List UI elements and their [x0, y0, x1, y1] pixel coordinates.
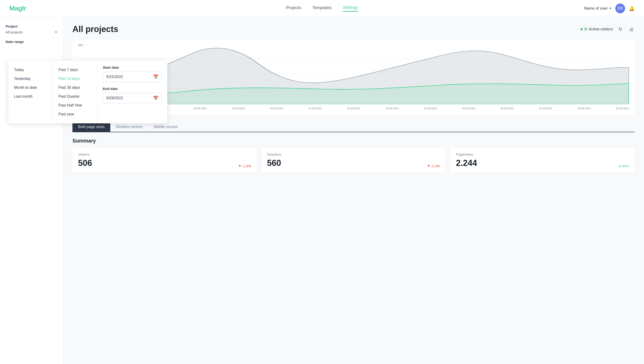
end-date-calendar-icon[interactable]: 📅 [153, 96, 158, 101]
dropdown-past-quarter[interactable]: Past Quarter [58, 92, 91, 101]
x-label-4: 19-09-2022 [232, 107, 245, 110]
pageviews-value: 2.244 [456, 158, 477, 168]
x-label-13: 28-09-2022 [578, 107, 590, 110]
pageviews-change: 30% [619, 164, 629, 168]
dropdown-yesterday[interactable]: Yesterday [14, 74, 47, 83]
bell-icon[interactable]: 🔔 [629, 6, 635, 11]
dropdown-col-1: Today Yesterday Month to date Last month [8, 61, 53, 123]
user-name-text: Name of user [584, 6, 608, 11]
end-date-wrapper[interactable]: 📅 [103, 93, 162, 103]
active-visitors: 0 Active visitors [580, 27, 613, 32]
active-visitors-label: Active visitors [588, 27, 613, 32]
page-title: All projects [72, 24, 118, 34]
tab-both[interactable]: Both page sizes [72, 122, 110, 132]
avatar[interactable]: CV [615, 4, 625, 13]
sessions-change-text: -2.4% [431, 164, 440, 168]
active-dot-icon [580, 28, 583, 30]
nav-templates[interactable]: Templates [312, 5, 332, 11]
header: Maglr Projects Templates Settings Name o… [0, 0, 644, 17]
nav-settings[interactable]: Settings [343, 5, 358, 12]
sessions-trend-down-icon [428, 165, 430, 167]
start-date-wrapper[interactable]: 📅 [103, 72, 162, 82]
sessions-value-row: 560 -2.4% [267, 158, 440, 168]
size-tabs: Both page sizes Desktop version Mobile v… [72, 122, 635, 132]
x-label-3: 18-09-2022 [193, 107, 206, 110]
end-date-label: End date [103, 87, 162, 91]
x-label-11: 26-09-2022 [500, 107, 514, 110]
tab-mobile[interactable]: Mobile version [148, 122, 184, 132]
dropdown-past-7-days[interactable]: Past 7 days [58, 66, 91, 74]
main-nav: Projects Templates Settings [286, 5, 358, 12]
x-label-12: 27-09-2022 [539, 107, 552, 110]
x-label-8: 23-09-2022 [385, 107, 398, 110]
start-date-calendar-icon[interactable]: 📅 [153, 74, 158, 80]
pageviews-card: Pageviews 2.244 30% [450, 148, 635, 173]
visitors-change-text: -1.4% [242, 164, 251, 168]
header-right: Name of user CV 🔔 [584, 4, 635, 13]
active-visitors-count: 0 [585, 27, 587, 32]
sessions-value: 560 [267, 158, 281, 168]
dropdown-today[interactable]: Today [14, 66, 47, 74]
visitors-label: Visitors [78, 152, 251, 156]
start-date-input[interactable] [106, 75, 153, 79]
project-label: Project [6, 24, 57, 28]
date-inputs-col: Start date 📅 End date 📅 [97, 61, 167, 123]
sessions-label: Sessions [267, 152, 440, 156]
pageviews-label: Pageviews [456, 152, 629, 156]
date-range-label: Date range [6, 40, 57, 44]
end-date-input[interactable] [106, 96, 153, 100]
summary-cards: Visitors 506 -1.4% Sessions 560 -2.4% [72, 148, 635, 173]
project-dropdown-chevron-icon [55, 32, 57, 33]
main-header: All projects 0 Active visitors ↻ 🖨 [72, 24, 635, 34]
chart-y-label: 400 [78, 44, 83, 47]
dropdown-past-14-days[interactable]: Past 14 days [58, 74, 91, 83]
x-label-10: 25-09-2022 [462, 107, 475, 110]
pageviews-change-text: 30% [622, 164, 629, 168]
dropdown-past-30-days[interactable]: Past 30 days [58, 83, 91, 92]
project-value: All projects [6, 30, 23, 34]
visitors-trend-down-icon [238, 165, 241, 167]
x-label-5: 20-09-2022 [270, 107, 283, 110]
logo: Maglr [9, 5, 26, 12]
chevron-down-icon [609, 8, 612, 9]
dropdown-past-year[interactable]: Past year [58, 110, 91, 119]
tab-desktop[interactable]: Desktop version [110, 122, 148, 132]
nav-projects[interactable]: Projects [286, 5, 301, 11]
x-label-14: 29-09-2022 [616, 107, 629, 110]
x-label-9: 24-09-2022 [424, 107, 437, 110]
header-actions: 0 Active visitors ↻ 🖨 [580, 26, 635, 33]
visitors-change: -1.4% [238, 164, 251, 168]
date-range-dropdown: Today Yesterday Month to date Last month… [8, 61, 167, 123]
refresh-button[interactable]: ↻ [618, 26, 624, 33]
summary-title: Summary [72, 138, 635, 144]
x-label-6: 21-09-2022 [308, 107, 322, 110]
dropdown-col-2: Past 7 days Past 14 days Past 30 days Pa… [53, 61, 97, 123]
visitors-value: 506 [78, 158, 92, 168]
sessions-card: Sessions 560 -2.4% [262, 148, 446, 173]
pageviews-value-row: 2.244 30% [456, 158, 629, 168]
dropdown-past-half-year[interactable]: Past Half Year [58, 101, 91, 110]
dropdown-last-month[interactable]: Last month [14, 92, 47, 101]
dropdown-month-to-date[interactable]: Month to date [14, 83, 47, 92]
visitors-value-row: 506 -1.4% [78, 158, 251, 168]
pageviews-trend-up-icon [619, 165, 621, 167]
sessions-change: -2.4% [428, 164, 440, 168]
print-button[interactable]: 🖨 [628, 26, 635, 33]
project-dropdown[interactable]: All projects [6, 30, 57, 34]
start-date-label: Start date [103, 66, 162, 70]
user-name-dropdown[interactable]: Name of user [584, 6, 612, 11]
x-label-7: 22-09-2022 [347, 107, 360, 110]
visitors-card: Visitors 506 -1.4% [72, 148, 257, 173]
